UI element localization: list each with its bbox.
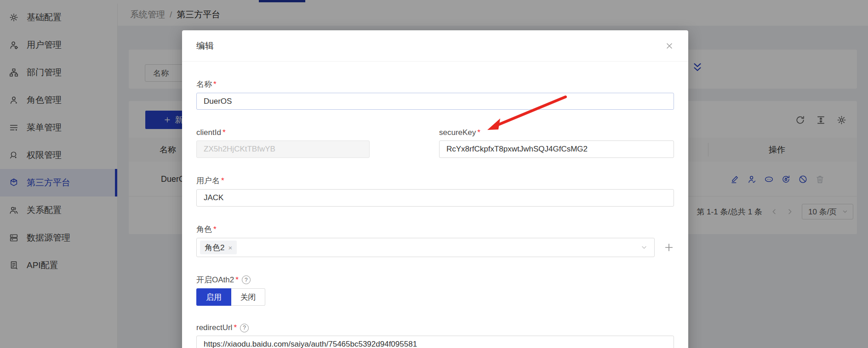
edit-dialog: 编辑 名称* clientId* secureKey* [182, 30, 688, 348]
chevron-down-icon [640, 244, 648, 251]
field-row-credentials: clientId* secureKey* [196, 128, 674, 158]
close-icon[interactable] [665, 41, 674, 51]
redirect-url-input[interactable] [196, 336, 674, 348]
role-tag: 角色2 × [200, 241, 237, 254]
client-id-input [196, 140, 370, 158]
tag-remove-icon[interactable]: × [228, 244, 232, 252]
field-client-id: clientId* [196, 128, 370, 158]
oauth-label: 开启OAth2 [196, 275, 234, 285]
username-input[interactable] [196, 189, 674, 207]
name-input[interactable] [196, 93, 674, 110]
field-oauth: 开启OAth2* ? 启用 关闭 [196, 275, 674, 306]
oauth-disable-option[interactable]: 关闭 [231, 288, 265, 306]
oauth-toggle-group: 启用 关闭 [196, 288, 674, 306]
required-asterisk: * [477, 128, 480, 137]
add-role-plus-icon[interactable] [664, 242, 674, 253]
question-circle-icon[interactable]: ? [240, 324, 249, 332]
role-tag-label: 角色2 [205, 242, 224, 253]
required-asterisk: * [213, 225, 217, 234]
required-asterisk: * [221, 176, 224, 185]
dialog-body: 名称* clientId* secureKey* [182, 79, 688, 348]
role-multiselect[interactable]: 角色2 × [196, 238, 655, 257]
required-asterisk: * [223, 128, 226, 137]
dialog-header: 编辑 [182, 30, 688, 62]
secure-key-input[interactable] [439, 140, 674, 158]
question-circle-icon[interactable]: ? [242, 275, 251, 284]
name-label: 名称 [196, 79, 212, 90]
redirect-url-label: redirectUrl [196, 323, 232, 332]
client-id-label: clientId [196, 128, 221, 137]
secure-key-label: secureKey [439, 128, 476, 137]
field-username: 用户名* [196, 175, 674, 207]
required-asterisk: * [234, 323, 237, 332]
dialog-title: 编辑 [196, 40, 214, 52]
oauth-enable-option[interactable]: 启用 [196, 288, 231, 306]
required-asterisk: * [235, 275, 239, 285]
username-label: 用户名 [196, 175, 220, 186]
required-asterisk: * [213, 80, 217, 89]
field-redirect-url: redirectUrl* ? [196, 323, 674, 348]
field-name: 名称* [196, 79, 674, 110]
role-label: 角色 [196, 224, 212, 235]
field-role: 角色* 角色2 × [196, 224, 674, 257]
page: 基础配置 用户管理 部门管理 角色管理 菜单管理 权限管理 第三方平台 关系配 [0, 0, 868, 348]
field-secure-key: secureKey* [439, 128, 674, 158]
